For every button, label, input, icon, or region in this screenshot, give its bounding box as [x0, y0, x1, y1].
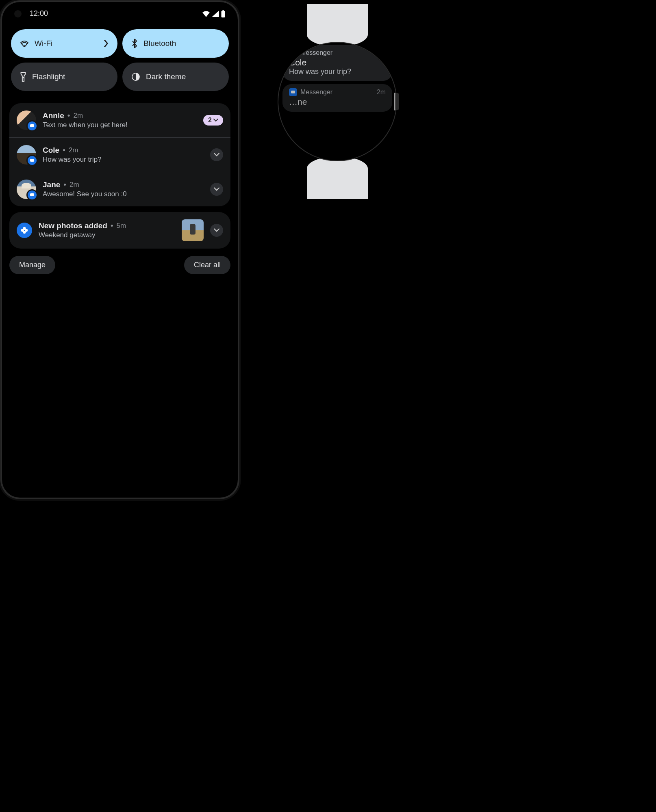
separator-dot: •	[63, 146, 65, 155]
notification-sender: Cole	[43, 146, 59, 155]
qs-tile-flashlight[interactable]: Flashlight	[11, 63, 117, 91]
notification-jane[interactable]: Jane • 2m Awesome! See you soon :0	[9, 172, 230, 206]
watch-card-app: Messenger	[300, 89, 332, 96]
notification-message: How was your trip?	[43, 156, 204, 164]
qs-tile-label: Bluetooth	[143, 39, 176, 48]
wifi-status-icon	[202, 11, 210, 17]
watch-card-peek-bottom[interactable]: Messenger 2m …ne	[282, 84, 392, 112]
qs-tile-bluetooth[interactable]: Bluetooth	[122, 29, 229, 58]
messenger-app-icon	[289, 49, 297, 57]
watch-card-message: How was your trip?	[289, 67, 386, 76]
messenger-app-icon	[289, 88, 297, 96]
watch-band-bottom	[307, 156, 368, 199]
qs-tile-wifi[interactable]: Wi-Fi	[11, 29, 117, 58]
status-icons	[202, 10, 226, 17]
chevron-down-icon	[214, 153, 219, 157]
svg-rect-7	[30, 193, 34, 196]
notification-annie[interactable]: Annie • 2m Text me when you get here! 2	[9, 103, 230, 138]
chevron-down-icon	[214, 187, 219, 191]
chevron-right-icon	[104, 40, 109, 47]
shade-actions: Manage Clear all	[2, 249, 238, 274]
quick-settings: Wi-Fi Bluetooth Flashlight Dark theme	[2, 21, 238, 96]
svg-rect-0	[222, 11, 225, 17]
svg-point-2	[24, 45, 25, 47]
separator-dot: •	[67, 111, 70, 120]
notification-photos[interactable]: New photos added • 5m Weekend getaway	[9, 212, 230, 249]
battery-status-icon	[221, 10, 226, 17]
expand-button[interactable]	[210, 148, 223, 161]
notification-time: 5m	[117, 222, 126, 230]
qs-tile-label: Wi-Fi	[35, 39, 52, 48]
watch-card-sender: Cole	[289, 58, 386, 67]
watch-card-app: Messenger	[300, 49, 332, 56]
watch-frame: …xt me when you get here! Messenger 2m C…	[260, 4, 415, 199]
chevron-down-icon	[213, 118, 218, 122]
svg-rect-9	[291, 91, 295, 93]
notification-count-chip[interactable]: 2	[203, 115, 223, 126]
messenger-app-badge-icon	[26, 189, 38, 201]
svg-rect-8	[291, 51, 295, 54]
signal-status-icon	[212, 11, 219, 17]
notification-message: Weekend getaway	[39, 231, 175, 239]
qs-tile-label: Dark theme	[146, 72, 186, 81]
notification-cole[interactable]: Cole • 2m How was your trip?	[9, 138, 230, 172]
expand-button[interactable]	[210, 224, 223, 237]
notification-thumbnail	[182, 219, 204, 241]
watch-face: …xt me when you get here! Messenger 2m C…	[278, 43, 396, 160]
expand-button[interactable]	[210, 183, 223, 196]
watch-card-time: 2m	[377, 49, 386, 56]
watch-band-top	[307, 4, 368, 47]
avatar	[17, 180, 36, 199]
notification-time: 2m	[73, 112, 83, 120]
phone-frame: 12:00 Wi-Fi	[2, 2, 238, 498]
status-bar: 12:00	[2, 2, 238, 21]
notification-message: Text me when you get here!	[43, 121, 197, 129]
notification-time: 2m	[70, 181, 79, 189]
svg-rect-6	[30, 159, 34, 162]
chevron-down-icon	[214, 228, 219, 232]
messenger-app-badge-icon	[26, 155, 38, 166]
bluetooth-icon	[131, 39, 138, 48]
photos-app-icon	[17, 223, 32, 238]
separator-dot: •	[63, 180, 66, 189]
svg-rect-1	[222, 10, 224, 11]
flashlight-icon	[20, 72, 26, 82]
watch-card-sender: …ne	[289, 97, 386, 107]
avatar	[17, 110, 36, 130]
wifi-icon	[20, 40, 29, 47]
svg-point-3	[23, 77, 24, 78]
notification-title: New photos added	[39, 221, 107, 230]
dark-theme-icon	[131, 72, 140, 81]
qs-tile-dark-theme[interactable]: Dark theme	[122, 63, 229, 91]
notification-message: Awesome! See you soon :0	[43, 190, 204, 198]
clock: 12:00	[30, 9, 48, 18]
conversation-group: Annie • 2m Text me when you get here! 2	[9, 103, 230, 206]
notification-time: 2m	[69, 146, 78, 154]
messenger-app-badge-icon	[26, 120, 38, 132]
watch-notification-list[interactable]: …xt me when you get here! Messenger 2m C…	[278, 43, 396, 160]
notification-sender: Jane	[43, 180, 60, 189]
front-camera-cutout	[14, 10, 22, 17]
qs-tile-label: Flashlight	[32, 72, 65, 81]
manage-button[interactable]: Manage	[9, 256, 55, 274]
notification-sender: Annie	[43, 111, 64, 120]
other-notification-group: New photos added • 5m Weekend getaway	[9, 212, 230, 249]
avatar	[17, 145, 36, 165]
watch-card-time: 2m	[377, 89, 386, 96]
watch-card-cole[interactable]: Messenger 2m Cole How was your trip?	[282, 45, 392, 81]
clear-all-button[interactable]: Clear all	[184, 256, 230, 274]
svg-rect-5	[30, 124, 34, 127]
notification-count: 2	[208, 117, 212, 124]
separator-dot: •	[111, 221, 113, 230]
